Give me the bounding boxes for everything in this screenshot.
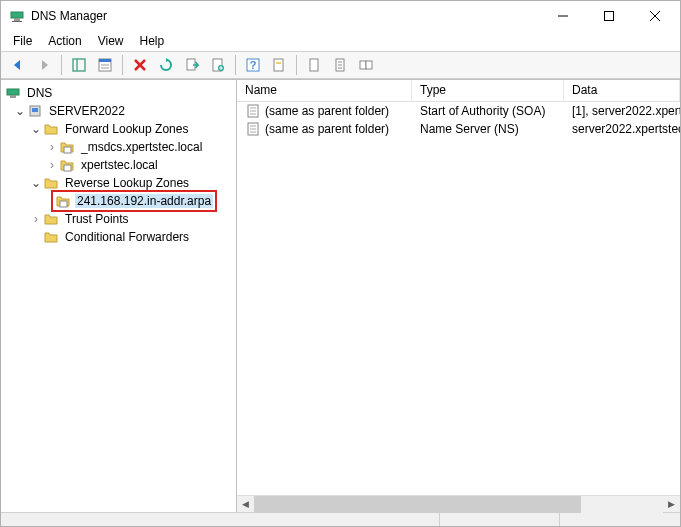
list-row[interactable]: (same as parent folder) Start of Authori…: [237, 102, 680, 120]
svg-rect-34: [32, 108, 38, 112]
list-row[interactable]: (same as parent folder) Name Server (NS)…: [237, 120, 680, 138]
cell-type: Start of Authority (SOA): [412, 104, 564, 118]
expand-icon[interactable]: [45, 158, 59, 172]
menu-file[interactable]: File: [5, 32, 40, 50]
dns-icon: [5, 85, 21, 101]
app-icon: [9, 8, 25, 24]
folder-icon: [43, 211, 59, 227]
toolbar-separator: [122, 55, 123, 75]
status-segment: [440, 513, 560, 526]
status-segment: [560, 513, 680, 526]
column-header-type[interactable]: Type: [412, 80, 564, 101]
svg-rect-24: [310, 59, 318, 71]
svg-rect-7: [73, 59, 85, 71]
content-area: DNS SERVER2022 Forward Lookup Zones: [1, 79, 680, 512]
tree-root-dns[interactable]: DNS: [1, 84, 236, 102]
cell-data: server2022.xpertstec.: [564, 122, 680, 136]
tree-label: 241.168.192.in-addr.arpa: [75, 194, 213, 208]
tree-flz-item[interactable]: _msdcs.xpertstec.local: [1, 138, 236, 156]
tree-label: xpertstec.local: [79, 158, 160, 172]
export-button[interactable]: [181, 54, 203, 76]
expand-icon[interactable]: [29, 176, 43, 190]
menu-view[interactable]: View: [90, 32, 132, 50]
svg-rect-2: [12, 21, 22, 22]
toolbar-separator: [61, 55, 62, 75]
expand-icon[interactable]: [29, 212, 43, 226]
filter-button[interactable]: [268, 54, 290, 76]
svg-rect-30: [366, 61, 372, 69]
scroll-right-button[interactable]: ▶: [663, 496, 680, 513]
tree-label: Forward Lookup Zones: [63, 122, 190, 136]
tree-conditional-forwarders[interactable]: Conditional Forwarders: [1, 228, 236, 246]
statusbar: [1, 512, 680, 526]
svg-rect-29: [360, 61, 366, 69]
toolbar: ?: [1, 51, 680, 79]
toolbar-separator: [296, 55, 297, 75]
tree-server[interactable]: SERVER2022: [1, 102, 236, 120]
back-button[interactable]: [7, 54, 29, 76]
toolbar-separator: [235, 55, 236, 75]
forward-button[interactable]: [33, 54, 55, 76]
tree-label: Reverse Lookup Zones: [63, 176, 191, 190]
svg-text:?: ?: [250, 59, 257, 71]
scroll-track[interactable]: [254, 496, 663, 513]
menu-action[interactable]: Action: [40, 32, 89, 50]
action-icon-1[interactable]: [303, 54, 325, 76]
tree-flz-item[interactable]: xpertstec.local: [1, 156, 236, 174]
cell-data: [1], server2022.xpert: [564, 104, 680, 118]
expand-icon[interactable]: [29, 122, 43, 136]
cell-type: Name Server (NS): [412, 122, 564, 136]
scroll-thumb[interactable]: [254, 496, 581, 513]
tree-label: Conditional Forwarders: [63, 230, 191, 244]
folder-icon: [43, 175, 59, 191]
cell-text: (same as parent folder): [265, 122, 389, 136]
record-icon: [245, 121, 261, 137]
zone-icon: [59, 157, 75, 173]
new-button[interactable]: [207, 54, 229, 76]
show-hide-tree-button[interactable]: [68, 54, 90, 76]
titlebar: DNS Manager: [1, 1, 680, 31]
svg-rect-32: [10, 95, 16, 98]
help-button[interactable]: ?: [242, 54, 264, 76]
menu-help[interactable]: Help: [132, 32, 173, 50]
scroll-left-button[interactable]: ◀: [237, 496, 254, 513]
tree-label: SERVER2022: [47, 104, 127, 118]
tree-rlz-item-selected[interactable]: 241.168.192.in-addr.arpa: [1, 192, 236, 210]
list-pane: Name Type Data (same as parent folder) S…: [237, 79, 680, 512]
delete-button[interactable]: [129, 54, 151, 76]
cell-name: (same as parent folder): [237, 121, 412, 137]
zone-icon: [59, 139, 75, 155]
svg-rect-1: [14, 18, 20, 21]
action-icon-3[interactable]: [355, 54, 377, 76]
folder-icon: [43, 121, 59, 137]
menubar: File Action View Help: [1, 31, 680, 51]
list-body[interactable]: (same as parent folder) Start of Authori…: [237, 102, 680, 495]
expand-icon[interactable]: [45, 140, 59, 154]
zone-icon: [55, 193, 71, 209]
properties-button[interactable]: [94, 54, 116, 76]
svg-rect-0: [11, 12, 23, 18]
svg-rect-31: [7, 89, 19, 95]
horizontal-scrollbar[interactable]: ◀ ▶: [237, 495, 680, 512]
close-button[interactable]: [632, 1, 678, 31]
tree-pane[interactable]: DNS SERVER2022 Forward Lookup Zones: [1, 79, 237, 512]
svg-rect-4: [605, 12, 614, 21]
svg-rect-36: [64, 165, 71, 171]
tree-flz[interactable]: Forward Lookup Zones: [1, 120, 236, 138]
svg-rect-22: [274, 59, 283, 71]
svg-rect-35: [64, 147, 71, 153]
tree-trust-points[interactable]: Trust Points: [1, 210, 236, 228]
folder-icon: [43, 229, 59, 245]
svg-rect-10: [99, 59, 111, 62]
refresh-button[interactable]: [155, 54, 177, 76]
expand-icon[interactable]: [13, 104, 27, 118]
tree-label: _msdcs.xpertstec.local: [79, 140, 204, 154]
tree-label: Trust Points: [63, 212, 131, 226]
maximize-button[interactable]: [586, 1, 632, 31]
column-header-name[interactable]: Name: [237, 80, 412, 101]
column-header-data[interactable]: Data: [564, 80, 680, 101]
server-icon: [27, 103, 43, 119]
svg-rect-23: [276, 62, 281, 64]
minimize-button[interactable]: [540, 1, 586, 31]
action-icon-2[interactable]: [329, 54, 351, 76]
